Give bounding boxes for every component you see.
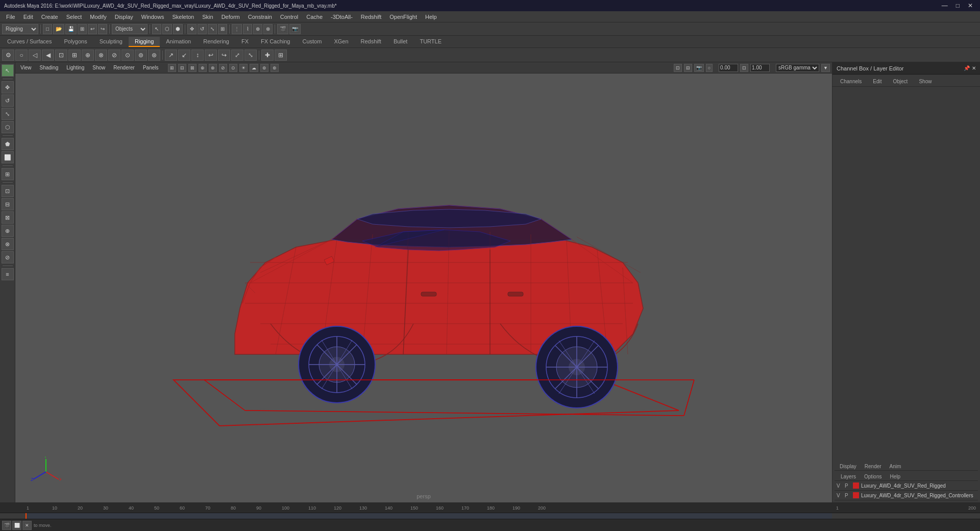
tab-xgen[interactable]: XGen bbox=[328, 37, 354, 47]
ipr-btn[interactable]: 📷 bbox=[289, 24, 301, 34]
menu-modify[interactable]: Modify bbox=[86, 13, 110, 21]
maximize-button[interactable]: □ bbox=[953, 2, 963, 9]
renderer-menu[interactable]: Renderer bbox=[110, 64, 138, 71]
tool-constraint1[interactable]: ↗ bbox=[165, 50, 177, 61]
rotate-tool[interactable]: ↺ bbox=[2, 94, 14, 107]
tool-constraint4[interactable]: ↩ bbox=[205, 50, 217, 61]
tool-ik[interactable]: ⊞ bbox=[68, 50, 81, 61]
show-manip-tool[interactable]: ⬡ bbox=[2, 121, 14, 133]
tool-cross[interactable]: ✚ bbox=[261, 50, 274, 61]
paint-btn[interactable]: ⬢ bbox=[173, 24, 183, 34]
scale-btn[interactable]: ⤡ bbox=[208, 24, 217, 34]
tool-joint[interactable]: ⊗ bbox=[95, 50, 107, 61]
anim-tab[interactable]: Anim bbox=[887, 463, 904, 470]
tool-select-all[interactable]: ○ bbox=[15, 50, 28, 61]
vp-shadow-btn[interactable]: ☁ bbox=[250, 64, 258, 72]
open-scene-btn[interactable]: 📂 bbox=[53, 24, 64, 34]
viewport-prefs-btn[interactable]: ✕ bbox=[22, 521, 32, 530]
vp-near-clip[interactable] bbox=[719, 64, 738, 72]
panel-close-btn[interactable]: ✕ bbox=[972, 65, 976, 71]
tool-fk[interactable]: ⊕ bbox=[82, 50, 94, 61]
undo-btn[interactable]: ↩ bbox=[88, 24, 97, 34]
show-menu[interactable]: Show bbox=[89, 64, 108, 71]
select-tool[interactable]: ↖ bbox=[2, 64, 14, 77]
snap-grid-btn[interactable]: ⋮ bbox=[232, 24, 242, 34]
layer-name-2[interactable]: Luxury_AWD_4dr_SUV_Red_Rigged_Controller… bbox=[861, 493, 976, 498]
color-space-select[interactable]: sRGB gamma bbox=[776, 64, 819, 72]
tool-select-object[interactable]: ⊡ bbox=[55, 50, 67, 61]
options-tab[interactable]: Options bbox=[860, 473, 886, 480]
vp-display-mode[interactable]: ⊕ bbox=[199, 64, 207, 72]
menu-skin[interactable]: Skin bbox=[198, 13, 217, 21]
tab-fxcaching[interactable]: FX Caching bbox=[255, 37, 296, 47]
menu-3dtoall[interactable]: -3DtoAll- bbox=[327, 13, 357, 21]
lighting-menu[interactable]: Lighting bbox=[63, 64, 87, 71]
paint-tool[interactable]: ⬜ bbox=[2, 151, 14, 163]
layer-play-2[interactable]: P bbox=[845, 493, 851, 498]
vp-clip-btn[interactable]: ⊡ bbox=[740, 64, 748, 72]
move-btn[interactable]: ✥ bbox=[187, 24, 197, 34]
vp-light-btn[interactable]: ☀ bbox=[239, 64, 248, 72]
tab-curves-surfaces[interactable]: Curves / Surfaces bbox=[1, 37, 58, 47]
tool-ik3[interactable]: ⊙ bbox=[121, 50, 134, 61]
menu-skeleton[interactable]: Skeleton bbox=[168, 13, 198, 21]
show-tab[interactable]: Show bbox=[913, 77, 937, 86]
quick-layout-3[interactable]: ⊠ bbox=[2, 211, 14, 224]
snap-point-btn[interactable]: ⊕ bbox=[253, 24, 262, 34]
view-menu[interactable]: View bbox=[17, 64, 35, 71]
menu-windows[interactable]: Windows bbox=[137, 13, 168, 21]
vp-iso1-btn[interactable]: ⊡ bbox=[674, 64, 682, 72]
tool-select-hierarchy[interactable]: ◁ bbox=[29, 50, 41, 61]
vp-cam-icon[interactable]: 📷 bbox=[694, 64, 704, 72]
tab-fx[interactable]: FX bbox=[235, 37, 255, 47]
tool-deform1[interactable]: ⤢ bbox=[231, 50, 243, 61]
tool-ik2[interactable]: ⊘ bbox=[108, 50, 120, 61]
menu-display[interactable]: Display bbox=[111, 13, 137, 21]
redo-btn[interactable]: ↪ bbox=[98, 24, 107, 34]
anim-prefs-btn[interactable]: 🎬 bbox=[2, 521, 11, 530]
tool-constraint2[interactable]: ↙ bbox=[178, 50, 190, 61]
vp-snap-icon[interactable]: ○ bbox=[706, 64, 713, 72]
objects-selector[interactable]: Objects bbox=[112, 24, 148, 34]
layer-vis-2[interactable]: V bbox=[837, 493, 843, 498]
graph-editor-tool[interactable]: ≡ bbox=[2, 268, 14, 280]
tab-rendering[interactable]: Rendering bbox=[197, 37, 235, 47]
tool-constraint5[interactable]: ↪ bbox=[218, 50, 230, 61]
menu-help[interactable]: Help bbox=[421, 13, 441, 21]
scale-tool[interactable]: ⤡ bbox=[2, 108, 14, 120]
render-tab[interactable]: Render bbox=[862, 463, 885, 470]
menu-file[interactable]: File bbox=[2, 13, 19, 21]
menu-redshift[interactable]: Redshift bbox=[357, 13, 385, 21]
quick-layout-1[interactable]: ⊡ bbox=[2, 185, 14, 197]
vp-xray-active-btn[interactable]: ⊛ bbox=[271, 64, 279, 72]
tab-sculpting[interactable]: Sculpting bbox=[93, 37, 129, 47]
vp-iso2-btn[interactable]: ⊟ bbox=[684, 64, 692, 72]
panels-menu[interactable]: Panels bbox=[140, 64, 162, 71]
vp-colorspace-btn[interactable]: ▼ bbox=[821, 64, 830, 72]
layers-tab[interactable]: Layers bbox=[837, 473, 860, 480]
edit-tab[interactable]: Edit bbox=[867, 77, 887, 86]
vp-xray-btn[interactable]: ⊚ bbox=[260, 64, 268, 72]
snap-surface-btn[interactable]: ⊗ bbox=[263, 24, 273, 34]
tool-constraint3[interactable]: ↕ bbox=[191, 50, 204, 61]
render-btn[interactable]: 🎬 bbox=[277, 24, 288, 34]
display-tab[interactable]: Display bbox=[837, 463, 860, 470]
tool-create-jnt[interactable]: ⊛ bbox=[148, 50, 160, 61]
tool-plus[interactable]: ⊞ bbox=[275, 50, 287, 61]
quick-layout-6[interactable]: ⊘ bbox=[2, 251, 14, 263]
vp-texture-btn[interactable]: ⊙ bbox=[229, 64, 237, 72]
menu-constrain[interactable]: Constrain bbox=[244, 13, 276, 21]
quick-layout-2[interactable]: ⊟ bbox=[2, 198, 14, 210]
menu-cache[interactable]: Cache bbox=[302, 13, 327, 21]
layer-vis-1[interactable]: V bbox=[837, 483, 843, 489]
quick-layout-4[interactable]: ⊕ bbox=[2, 225, 14, 237]
minimize-button[interactable]: — bbox=[939, 2, 951, 9]
tool-deform2[interactable]: ⤡ bbox=[244, 50, 257, 61]
tab-redshift[interactable]: Redshift bbox=[355, 37, 387, 47]
layer-play-1[interactable]: P bbox=[845, 483, 851, 489]
tab-animation[interactable]: Animation bbox=[160, 37, 197, 47]
transform-btn[interactable]: ⊞ bbox=[218, 24, 227, 34]
render-prefs-btn[interactable]: ⬜ bbox=[12, 521, 21, 530]
render-view-tool[interactable]: ⊞ bbox=[2, 168, 14, 180]
tool-snap[interactable]: ⚙ bbox=[2, 50, 14, 61]
